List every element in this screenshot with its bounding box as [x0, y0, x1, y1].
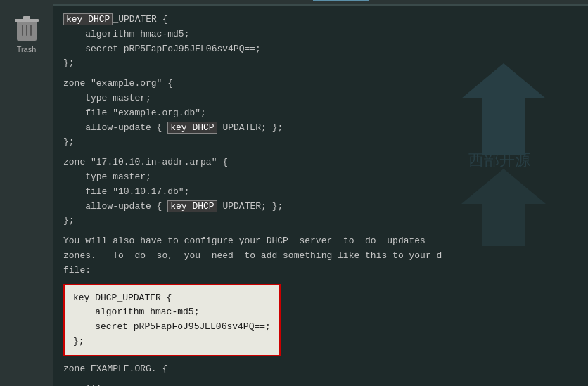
code-area: key DHCP_UPDATER { algorithm hmac-md5; s… — [53, 6, 588, 386]
code-line: }; — [73, 335, 271, 349]
code-line: algorithm hmac-md5; — [73, 305, 271, 320]
code-line: secret pRP5FapFoJ95JEL06sv4PQ==; — [63, 42, 577, 57]
code-line: zone "example.org" { — [63, 77, 577, 91]
code-line: allow-update { key DHCP_UPDATER; }; — [63, 200, 577, 214]
paragraph-text-1: You will also have to configure your DHC… — [63, 236, 442, 276]
code-line: zone "17.10.10.in-addr.arpa" { — [63, 155, 577, 170]
code-line: ... — [63, 377, 577, 386]
key-highlight-1: key DHCP — [63, 13, 113, 25]
code-block-bordered: key DHCP_UPDATER { algorithm hmac-md5; s… — [63, 284, 281, 356]
svg-rect-5 — [30, 25, 32, 36]
tab-active-indicator — [313, 0, 369, 1]
code-block-1: key DHCP_UPDATER { algorithm hmac-md5; s… — [63, 13, 577, 71]
sidebar: Trash — [0, 0, 53, 386]
code-line: }; — [63, 214, 577, 229]
paragraph-1: You will also have to configure your DHC… — [63, 234, 577, 278]
code-line: type master; — [63, 170, 577, 185]
code-block-5: zone EXAMPLE.ORG. { ... — [63, 362, 577, 386]
code-block-2: zone "example.org" { type master; file "… — [63, 77, 577, 150]
trash-label: Trash — [17, 45, 37, 53]
key-highlight-3: key DHCP — [167, 200, 217, 212]
code-line: secret pRP5FapFoJ95JEL06sv4PQ==; — [73, 320, 271, 335]
code-line: type master; — [63, 91, 577, 106]
code-line: key DHCP_UPDATER { — [63, 13, 577, 27]
main-window: Trash 西部开源 key DHCP_UPDATER { algorithm … — [0, 0, 588, 386]
code-block-3: zone "17.10.10.in-addr.arpa" { type mast… — [63, 155, 577, 229]
code-line: algorithm hmac-md5; — [63, 27, 577, 42]
svg-rect-4 — [26, 25, 27, 36]
tab-bar — [53, 0, 588, 6]
trash-container: Trash — [14, 14, 39, 53]
code-line: key DHCP_UPDATER { — [73, 291, 271, 306]
main-content: 西部开源 key DHCP_UPDATER { algorithm hmac-m… — [53, 0, 588, 386]
code-line: file "10.10.17.db"; — [63, 185, 577, 200]
key-highlight-2: key DHCP — [167, 122, 217, 134]
code-line: }; — [63, 56, 577, 71]
svg-rect-2 — [23, 16, 30, 20]
svg-rect-3 — [22, 25, 23, 36]
code-line: }; — [63, 135, 577, 150]
code-line: allow-update { key DHCP_UPDATER; }; — [63, 121, 577, 136]
trash-icon — [14, 14, 39, 42]
code-line: zone EXAMPLE.ORG. { — [63, 362, 577, 377]
code-line: file "example.org.db"; — [63, 106, 577, 121]
